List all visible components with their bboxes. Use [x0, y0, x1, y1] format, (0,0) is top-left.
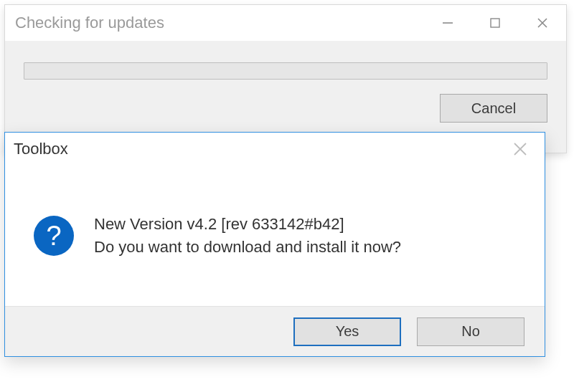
dialog-message-line1: New Version v4.2 [rev 633142#b42] — [94, 213, 401, 236]
close-icon — [512, 141, 528, 157]
dialog-footer: Yes No — [5, 306, 545, 356]
maximize-icon — [488, 16, 502, 30]
cancel-button[interactable]: Cancel — [440, 94, 547, 123]
update-progress-bar — [24, 62, 547, 80]
dialog-title: Toolbox — [14, 140, 68, 158]
minimize-button[interactable] — [424, 5, 471, 41]
dialog-content: ? New Version v4.2 [rev 633142#b42] Do y… — [5, 166, 545, 306]
update-checker-window: Checking for updates Cancel — [4, 4, 567, 153]
toolbox-dialog: Toolbox ? New Version v4.2 [rev 633142#b… — [4, 132, 545, 357]
close-button[interactable] — [519, 5, 566, 41]
minimize-icon — [441, 16, 455, 30]
update-titlebar: Checking for updates — [5, 5, 566, 41]
question-icon: ? — [34, 216, 74, 256]
dialog-close-button[interactable] — [503, 135, 537, 163]
svg-rect-1 — [491, 19, 499, 27]
dialog-titlebar: Toolbox — [5, 133, 545, 166]
dialog-message: New Version v4.2 [rev 633142#b42] Do you… — [94, 213, 401, 259]
no-button[interactable]: No — [417, 317, 524, 346]
yes-button[interactable]: Yes — [293, 317, 401, 346]
update-window-title: Checking for updates — [15, 14, 164, 32]
close-icon — [535, 16, 550, 30]
maximize-button[interactable] — [471, 5, 519, 41]
dialog-message-line2: Do you want to download and install it n… — [94, 236, 401, 259]
